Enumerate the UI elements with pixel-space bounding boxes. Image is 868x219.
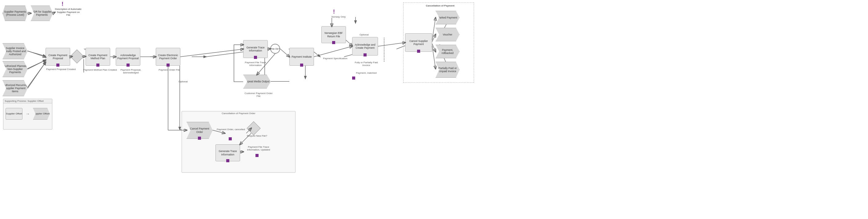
start-bdr: BDR for Supplier Payments bbox=[31, 5, 53, 21]
svg-line-37 bbox=[280, 49, 289, 57]
payment-order-file-label: Payment Order File bbox=[154, 69, 185, 71]
fully-partially-label: Fully or Partially Paid Invoice bbox=[351, 61, 382, 66]
norway-exclamation-icon: ! bbox=[333, 9, 335, 15]
marker-acknowledge-create bbox=[364, 53, 367, 56]
marker-payment-institute bbox=[300, 63, 303, 66]
optional-label-2: Optional bbox=[360, 33, 369, 36]
svg-line-54 bbox=[28, 60, 45, 69]
svg-line-2 bbox=[27, 62, 45, 88]
description-automatic-supplier: Description of Automatic Supplier Paymen… bbox=[55, 4, 82, 21]
marker-acknowledge bbox=[126, 63, 130, 66]
marker-order-cancelled bbox=[229, 137, 232, 140]
generate-trace-shape: Generate Trace Information bbox=[243, 40, 268, 58]
payment-specification-label: Payment Specification bbox=[321, 57, 349, 60]
supplier-offset-1: Supplier Offset bbox=[5, 108, 23, 120]
marker-norwegian-ebf bbox=[332, 41, 335, 44]
svg-line-0 bbox=[27, 51, 45, 56]
cancel-payment-order-shape: Cancel Payment Order bbox=[187, 122, 213, 139]
cancellation-payment-title: Cancellation of Payment bbox=[415, 4, 465, 7]
supplier-invoice-shape: Supplier Invoice Finally Posted and Auth… bbox=[2, 43, 28, 59]
supplier-offset-2: Supplier Offset bbox=[33, 108, 50, 120]
marker-matched bbox=[352, 77, 355, 80]
repeat-media-shape: Repeat Media Output bbox=[243, 75, 271, 88]
auth-planned-shape: Authorized Planned Non-Supplier Payments bbox=[2, 61, 28, 77]
marker-method-plan bbox=[96, 63, 99, 66]
cancel-supplier-shape: Cancel Supplier Payment bbox=[405, 33, 432, 52]
svg-line-53 bbox=[28, 51, 45, 57]
svg-line-36 bbox=[268, 49, 270, 49]
marker-cancel-supplier bbox=[417, 50, 420, 53]
marker-generate-trace bbox=[254, 56, 257, 59]
process-canvas: Supplier Payments (Process Level) BDR fo… bbox=[0, 0, 868, 219]
marker-generate-trace-2 bbox=[226, 159, 229, 162]
marker-cancel-order bbox=[198, 137, 201, 140]
payment-order-cancelled-label: Payment Order, cancelled bbox=[215, 128, 246, 131]
cancellation-order-box: Cancellation of Payment Order bbox=[182, 111, 296, 173]
norwegian-ebf-shape: Norwegian EBF Return File bbox=[321, 26, 346, 43]
svg-line-40 bbox=[346, 40, 352, 46]
svg-line-35 bbox=[180, 49, 243, 57]
svg-line-55 bbox=[28, 62, 45, 88]
auth-recurring-shape: Authorized Recurring Supplier Payment It… bbox=[2, 80, 28, 96]
start-supplier-payments: Supplier Payments (Process Level) bbox=[2, 5, 28, 21]
payment-acknowledged-label: Payment Proposal, acknowledged bbox=[114, 69, 148, 74]
svg-line-1 bbox=[27, 60, 45, 69]
norway-only-label: Norway Only bbox=[326, 16, 351, 18]
gateway-method-plan bbox=[70, 49, 84, 63]
acknowledge-create-shape: Acknowledge and Create Payment bbox=[352, 37, 378, 56]
generate-trace-2-shape: Generate Trace Information bbox=[215, 144, 240, 161]
marker-electronic bbox=[166, 63, 169, 66]
svg-line-41 bbox=[378, 43, 405, 46]
customer-payment-order-label: Customer Payment Order File bbox=[243, 92, 274, 98]
acknowledge-payment-shape: Acknowledge Payment Proposal bbox=[116, 48, 141, 66]
support-supplier-offset-title: Supporting Process: Supplier Offset bbox=[3, 99, 52, 103]
marker-create-payment bbox=[56, 63, 59, 66]
payment-file-updated-label: Payment File Trace Information, Updated bbox=[243, 145, 274, 151]
cancellation-order-title: Cancellation of Payment Order bbox=[182, 111, 295, 115]
payment-file-trace-label: Payment File Trace Information bbox=[240, 61, 271, 66]
create-electronic-shape: Create Electronic Payment Order bbox=[156, 48, 180, 66]
support-supplier-offset-box: Supporting Process: Supplier Offset Supp… bbox=[3, 99, 52, 130]
create-method-plan-shape: Create Payment Method Plan bbox=[86, 48, 110, 66]
optional-label: Optional bbox=[179, 80, 188, 83]
payment-institute-shape: Payment Institute bbox=[289, 48, 314, 66]
require-new-file-label: Require New File? bbox=[246, 135, 268, 137]
svg-line-39 bbox=[314, 46, 352, 57]
marker-file-updated bbox=[255, 154, 258, 157]
method-plan-created-label: Payment Method Plan Created bbox=[83, 69, 117, 71]
create-payment-proposal-shape: Create Payment Proposal bbox=[45, 48, 70, 66]
file-ok-gateway: File Ok? bbox=[270, 44, 280, 54]
payment-matched-label: Payment, matched bbox=[351, 72, 382, 74]
payment-proposal-created-label: Payment Proposal Created bbox=[45, 68, 76, 71]
